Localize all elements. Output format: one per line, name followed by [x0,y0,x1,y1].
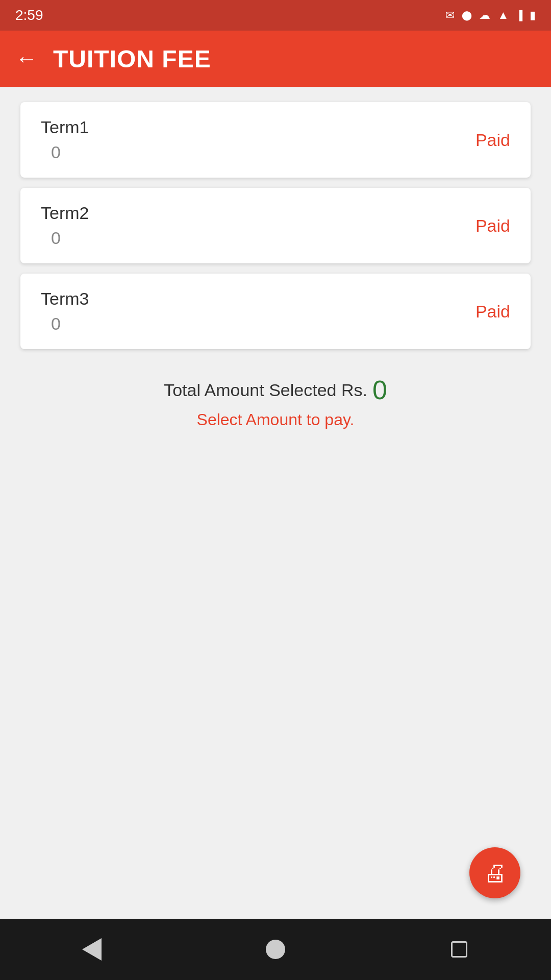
term1-status: Paid [475,130,510,150]
term3-label: Term3 [41,289,510,309]
total-text-row: Total Amount Selected Rs. 0 [164,375,387,405]
total-amount-value: 0 [372,375,387,405]
term3-card[interactable]: Term3 0 Paid [20,274,531,349]
term3-amount: 0 [41,314,510,334]
term1-card[interactable]: Term1 0 Paid [20,102,531,178]
term1-label: Term1 [41,117,510,137]
page-title: TUITION FEE [53,45,211,73]
recent-nav-icon [451,941,467,958]
nav-recent-button[interactable] [439,929,480,970]
battery-icon: ▮ [530,9,536,22]
term3-status: Paid [475,302,510,322]
nav-home-button[interactable] [255,929,296,970]
app-bar: ← TUITION FEE [0,31,551,87]
print-icon: 🖨 [483,859,507,887]
term2-card[interactable]: Term2 0 Paid [20,188,531,263]
home-nav-icon [266,940,285,959]
signal-icon: ▐ [516,10,522,21]
select-prompt: Select Amount to pay. [197,410,355,429]
wifi-icon: ▲ [497,9,509,22]
back-button[interactable]: ← [15,46,38,71]
back-arrow-icon: ← [15,46,38,71]
status-bar: 2:59 ✉ ⬤ ☁ ▲ ▐ ▮ [0,0,551,31]
circle-status-icon: ⬤ [462,10,472,21]
status-time: 2:59 [15,7,43,23]
content-area: Term1 0 Paid Term2 0 Paid Term3 0 Paid T… [0,87,551,445]
print-fab-button[interactable]: 🖨 [469,847,520,898]
term2-amount: 0 [41,228,510,248]
term1-amount: 0 [41,142,510,162]
cloud-icon: ☁ [479,9,490,22]
status-icons: ✉ ⬤ ☁ ▲ ▐ ▮ [445,9,536,22]
total-section: Total Amount Selected Rs. 0 Select Amoun… [20,375,531,429]
email-icon: ✉ [445,9,455,22]
term2-status: Paid [475,216,510,236]
back-nav-icon [82,938,102,961]
total-label: Total Amount Selected Rs. [164,380,367,400]
bottom-nav [0,919,551,980]
nav-back-button[interactable] [71,929,112,970]
term2-label: Term2 [41,203,510,223]
